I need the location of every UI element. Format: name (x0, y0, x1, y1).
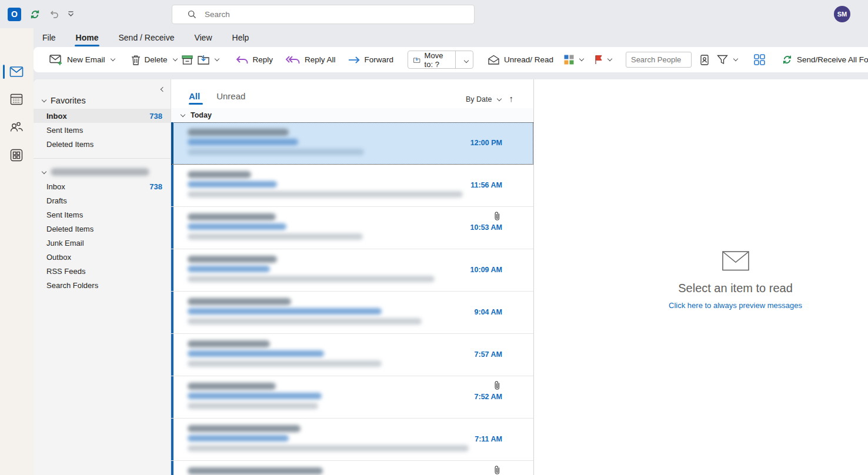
folder-deleted-items[interactable]: Deleted Items (34, 222, 171, 236)
send-receive-all-button[interactable]: Send/Receive All Folders (779, 51, 868, 68)
view-switcher-button[interactable] (752, 51, 767, 68)
tab-send-receive[interactable]: Send / Receive (117, 31, 175, 45)
folder-sent-items[interactable]: Sent Items (34, 208, 171, 222)
apps-nav-button[interactable] (7, 146, 26, 165)
flag-icon (594, 55, 602, 65)
preview-redacted (188, 233, 363, 240)
calendar-nav-button[interactable] (7, 89, 26, 108)
send-receive-quick-icon[interactable] (29, 9, 41, 20)
mail-time: 9:04 AM (475, 308, 502, 316)
folder-outbox[interactable]: Outbox (34, 250, 171, 264)
unread-indicator (171, 122, 173, 164)
mail-item[interactable]: 11:56 AM (171, 165, 533, 207)
sender-redacted (188, 383, 276, 390)
follow-up-flag-button[interactable] (592, 52, 614, 68)
reply-button[interactable]: Reply (233, 52, 276, 68)
customize-toolbar-icon[interactable] (68, 11, 74, 17)
address-book-icon (700, 55, 709, 65)
unread-indicator (171, 292, 173, 333)
search-people-input[interactable] (626, 52, 692, 68)
mail-item[interactable]: 7:57 AM (171, 334, 533, 376)
categorize-button[interactable] (562, 52, 586, 68)
people-nav-button[interactable] (7, 118, 26, 136)
subject-redacted (188, 435, 289, 441)
unread-indicator (171, 376, 173, 418)
unread-indicator (171, 419, 173, 460)
apps-grid-icon (10, 149, 23, 162)
folder-favorites-sent-items[interactable]: Sent Items (34, 123, 171, 137)
account-header[interactable] (34, 165, 171, 179)
mail-time: 7:57 AM (475, 350, 502, 359)
search-icon (188, 10, 196, 19)
archive-button[interactable] (179, 52, 195, 68)
mail-item[interactable]: 7:52 AM (171, 376, 533, 419)
preview-redacted (188, 191, 463, 198)
filter-email-button[interactable] (715, 52, 740, 68)
app-rail (0, 28, 34, 475)
unread-indicator (171, 249, 173, 291)
folder-search-folders[interactable]: Search Folders (34, 278, 171, 292)
mail-item[interactable]: 10:09 AM (171, 249, 533, 292)
chevron-down-icon (579, 56, 584, 61)
always-preview-link[interactable]: Click here to always preview messages (669, 301, 802, 310)
mail-item[interactable]: 7:11 AM (171, 419, 533, 461)
move-to-folder-button[interactable] (195, 52, 221, 68)
folder-rss-feeds[interactable]: RSS Feeds (34, 264, 171, 278)
address-book-button[interactable] (697, 52, 711, 68)
favorites-header[interactable]: Favorites (34, 92, 171, 109)
sync-icon (782, 54, 793, 65)
folder-favorites-inbox[interactable]: Inbox 738 (34, 109, 171, 123)
global-search-box[interactable] (172, 5, 475, 24)
grid-view-icon (754, 54, 765, 65)
reply-all-icon (285, 55, 301, 65)
unread-read-button[interactable]: Unread/ Read (485, 52, 556, 68)
unread-indicator (171, 461, 173, 475)
folder-favorites-deleted-items[interactable]: Deleted Items (34, 137, 171, 151)
chevron-down-icon (496, 96, 501, 101)
mail-item[interactable] (171, 461, 533, 475)
envelope-icon (722, 251, 749, 271)
ribbon: New Email Delete Reply Reply All Fo (34, 47, 868, 72)
main-content: Favorites Inbox 738 Sent Items Deleted I… (34, 79, 868, 475)
mail-icon (9, 66, 24, 78)
mail-time: 10:53 AM (470, 223, 502, 232)
chevron-down-icon (110, 56, 115, 61)
chevron-down-icon (214, 56, 219, 61)
people-icon (10, 121, 24, 133)
tab-all[interactable]: All (189, 91, 200, 103)
group-header-today[interactable]: Today (171, 108, 533, 122)
subject-redacted (188, 266, 270, 272)
mail-item[interactable]: 9:04 AM (171, 292, 533, 334)
avatar[interactable]: SM (834, 6, 850, 22)
tab-home[interactable]: Home (75, 31, 100, 45)
mail-item[interactable]: 12:00 PM (171, 122, 533, 165)
sort-by-date-button[interactable]: By Date (466, 95, 500, 103)
tab-unread[interactable]: Unread (216, 91, 245, 103)
folder-drafts[interactable]: Drafts (34, 193, 171, 208)
undo-icon[interactable] (49, 9, 59, 19)
collapse-folder-pane-button[interactable] (159, 84, 165, 93)
mail-item[interactable]: 10:53 AM (171, 207, 533, 249)
folder-junk-email[interactable]: Junk Email (34, 236, 171, 250)
sort-direction-button[interactable]: ↑ (509, 93, 514, 103)
mail-nav-button[interactable] (7, 62, 26, 81)
subject-redacted (188, 393, 322, 399)
mail-time: 7:11 AM (475, 435, 502, 443)
chevron-down-icon (733, 56, 738, 61)
attachment-icon (493, 380, 500, 390)
search-input[interactable] (205, 10, 440, 19)
message-list-header: All Unread By Date ↑ (171, 79, 533, 108)
tab-view[interactable]: View (193, 31, 213, 45)
preview-redacted (188, 149, 364, 155)
new-email-button[interactable]: New Email (47, 51, 117, 68)
chevron-down-icon (42, 169, 46, 173)
delete-button[interactable]: Delete (129, 52, 179, 68)
folder-inbox[interactable]: Inbox 738 (34, 179, 171, 193)
tab-help[interactable]: Help (231, 31, 251, 45)
forward-button[interactable]: Forward (345, 52, 396, 67)
move-to-quick-step[interactable]: Move to: ? (408, 51, 473, 69)
chevron-down-icon[interactable] (460, 55, 473, 64)
reply-all-button[interactable]: Reply All (282, 52, 338, 68)
tab-file[interactable]: File (41, 31, 57, 45)
move-to-folder-icon (413, 55, 420, 65)
